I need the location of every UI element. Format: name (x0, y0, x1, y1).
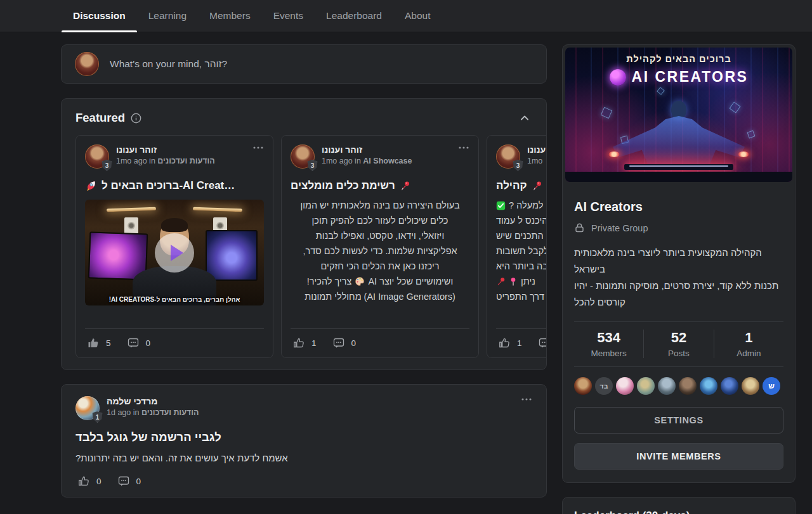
stat-value: 52 (644, 330, 713, 346)
banner-welcome-text: ברוכים הבאים לקהילת (565, 54, 792, 64)
featured-card-community[interactable]: 3 זוהר וענונו 1mo ‎קהילה (487, 135, 547, 358)
comment-button[interactable]: 0 (128, 337, 151, 349)
group-sidebar: ברוכים הבאים לקהילת AI CREATORS AI Creat… (562, 44, 796, 514)
round-pin-icon (509, 277, 518, 286)
post-title[interactable]: ‎קהילה (496, 179, 547, 192)
more-options-icon[interactable] (252, 145, 264, 150)
pushpin-icon (532, 181, 542, 191)
post-channel[interactable]: הודעות ועדכונים (141, 408, 199, 417)
stat-posts[interactable]: 52 Posts (643, 330, 713, 358)
member-avatar[interactable]: בד (595, 377, 613, 395)
author-block: מרדכי שלמה 1d ago in הודעות ועדכונים (107, 396, 199, 417)
author-avatar[interactable]: 3 (496, 145, 520, 169)
stat-members[interactable]: 534 Members (574, 330, 643, 358)
comment-button[interactable]: 0 (118, 475, 141, 487)
featured-card-welcome[interactable]: 3 זוהר וענונו 1mo ago in הודעות ועדכונים (75, 135, 273, 358)
author-block: זוהר וענונו 1mo (527, 145, 547, 165)
featured-section: Featured 3 (61, 98, 547, 370)
featured-heading: Featured (75, 111, 125, 125)
post-meta: 1mo (527, 157, 547, 165)
tab-about[interactable]: About (393, 0, 442, 32)
palette-icon (355, 276, 365, 286)
member-avatar[interactable]: ש (763, 377, 780, 395)
like-button[interactable]: 5 (88, 337, 111, 349)
author-avatar[interactable]: 3 (85, 145, 109, 169)
settings-button[interactable]: SETTINGS (574, 407, 783, 434)
tab-learning[interactable]: Learning (137, 0, 198, 32)
video-thumbnail[interactable]: אהלן חברים, ברוכים הבאים ל-AI CREATORS! (85, 200, 264, 305)
tab-events[interactable]: Events (262, 0, 315, 32)
post-meta: 1mo ago in הודעות ועדכונים (116, 157, 215, 165)
author-name[interactable]: זוהר וענונו (116, 145, 215, 155)
author-avatar[interactable]: 1 (75, 396, 100, 420)
post-time: 1mo ago in (322, 157, 361, 165)
brain-logo-icon (610, 69, 626, 86)
pushpin-icon (400, 181, 410, 191)
member-avatar[interactable] (721, 377, 738, 395)
more-options-icon[interactable] (521, 396, 532, 401)
post-time: 1mo ago in (116, 157, 155, 165)
featured-card-tools[interactable]: 3 זוהר וענונו 1mo ago in AI Showcase (281, 135, 479, 358)
stat-admins[interactable]: 1 Admin (714, 330, 783, 358)
member-avatar[interactable] (742, 377, 759, 395)
card-header: 3 זוהר וענונו 1mo ago in AI Showcase (291, 145, 469, 169)
comment-button[interactable] (539, 337, 547, 349)
invite-members-button[interactable]: INVITE MEMBERS (574, 443, 783, 470)
card-header: 1 מרדכי שלמה 1d ago in הודעות ועדכונים (75, 396, 532, 420)
stat-label: Members (574, 349, 643, 358)
stat-label: Posts (644, 349, 713, 358)
banner-brand-row: AI CREATORS (565, 68, 792, 86)
level-badge: 3 (513, 160, 523, 171)
member-avatar[interactable] (679, 377, 697, 395)
member-avatar[interactable] (700, 377, 717, 395)
member-avatar[interactable] (658, 377, 676, 395)
tab-discussion[interactable]: Discussion (62, 0, 137, 32)
author-avatar[interactable]: 3 (291, 145, 315, 169)
group-info-card: ברוכים הבאים לקהילת AI CREATORS AI Creat… (562, 44, 796, 483)
current-user-avatar[interactable] (75, 52, 99, 76)
post-title[interactable]: ‎רשימת כלים מומלצים (291, 179, 469, 192)
leaderboard-card: Leaderboard (30-days) (562, 497, 796, 514)
like-button[interactable]: 1 (293, 337, 317, 349)
post-channel[interactable]: הודעות ועדכונים (157, 157, 214, 165)
body-line: בה ביותר היא (496, 259, 547, 274)
leaderboard-heading: Leaderboard (30-days) (574, 510, 783, 514)
like-button[interactable]: 1 (499, 337, 522, 349)
post-card[interactable]: 1 מרדכי שלמה 1d ago in הודעות ועדכונים ל… (61, 384, 547, 498)
body-line: למעלה ? (496, 198, 547, 213)
member-avatar[interactable] (616, 377, 634, 395)
tab-leaderboard[interactable]: Leaderboard (315, 0, 393, 32)
more-options-icon[interactable] (458, 145, 469, 150)
comment-count: 0 (136, 477, 141, 486)
body-line: בעולם היצירה עם בינה מלאכותית יש המון (291, 198, 469, 213)
info-icon[interactable] (131, 113, 141, 124)
post-title[interactable]: לגביי הרשמה של גוגל בלבד (75, 430, 532, 444)
body-line: אפליקציות שלמות. כדי לעשות לכם סדר, (291, 243, 469, 259)
body-line: לקבל תשובות (496, 243, 547, 259)
author-name[interactable]: זוהר וענונו (322, 145, 412, 155)
author-name[interactable]: מרדכי שלמה (107, 396, 199, 406)
banner-figure-hand (608, 151, 620, 157)
tab-members[interactable]: Members (198, 0, 262, 32)
author-name[interactable]: זוהר וענונו (527, 145, 547, 155)
post-title[interactable]: ‎ברוכים הבאים ל-AI Creat… (85, 179, 264, 192)
composer-placeholder: What's on your mind, זוהר? (110, 58, 227, 70)
group-name: AI Creators (574, 200, 783, 214)
play-icon[interactable] (155, 233, 194, 273)
card-footer: 0 0 (75, 475, 532, 487)
member-avatar[interactable] (574, 377, 592, 395)
post-time: 1d ago in (107, 408, 139, 417)
member-avatar[interactable] (637, 377, 655, 395)
body-line: ויזואלי, וידאו, טקסט, ואפילו לבנות (291, 228, 469, 243)
post-channel[interactable]: AI Showcase (363, 157, 412, 165)
pushpin-icon (496, 277, 506, 286)
chevron-up-icon[interactable] (520, 113, 530, 123)
lock-icon (574, 222, 585, 233)
post-composer[interactable]: What's on your mind, זוהר? (61, 44, 547, 84)
card-footer: 5 0 (85, 328, 264, 349)
body-line: ושימושיים שכל יוצר AI צריך להכיר! (291, 274, 469, 289)
like-count: 1 (517, 338, 522, 348)
like-button[interactable]: 0 (78, 475, 102, 487)
banner-desk (565, 172, 792, 182)
comment-button[interactable]: 0 (333, 337, 357, 349)
